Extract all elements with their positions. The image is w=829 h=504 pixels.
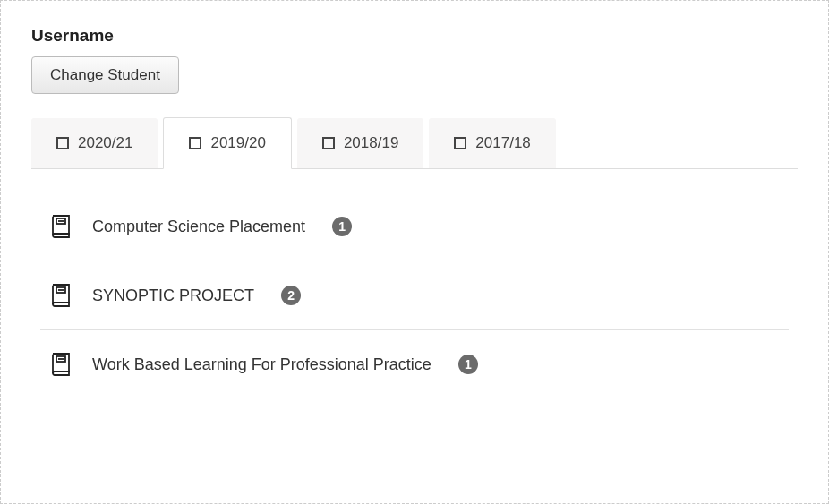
year-tabs: 2020/21 2019/20 2018/19 2017/18: [31, 117, 798, 169]
book-icon: [49, 352, 73, 377]
list-item[interactable]: Work Based Learning For Professional Pra…: [40, 330, 789, 398]
book-icon: [49, 283, 73, 308]
course-title: SYNOPTIC PROJECT: [92, 286, 254, 305]
square-icon: [189, 137, 201, 149]
list-item[interactable]: SYNOPTIC PROJECT 2: [40, 261, 789, 330]
square-icon: [454, 137, 466, 149]
list-item[interactable]: Computer Science Placement 1: [40, 205, 789, 261]
book-icon: [49, 214, 73, 239]
course-title: Computer Science Placement: [92, 218, 305, 236]
course-title: Work Based Learning For Professional Pra…: [92, 355, 432, 374]
tab-2019-20[interactable]: 2019/20: [163, 117, 291, 169]
square-icon: [322, 137, 335, 149]
count-badge: 1: [458, 355, 478, 374]
page-container: Username Change Student 2020/21 2019/20 …: [0, 0, 829, 504]
tab-label: 2017/18: [475, 134, 530, 152]
count-badge: 1: [332, 217, 352, 236]
count-badge: 2: [281, 286, 301, 305]
tab-label: 2019/20: [210, 134, 265, 152]
tab-2020-21[interactable]: 2020/21: [31, 118, 158, 169]
tab-2017-18[interactable]: 2017/18: [429, 118, 555, 169]
username-label: Username: [31, 26, 798, 46]
change-student-button[interactable]: Change Student: [31, 56, 179, 94]
square-icon: [56, 137, 69, 149]
tab-label: 2020/21: [78, 134, 132, 152]
course-list: Computer Science Placement 1 SYNOPTIC PR…: [31, 205, 798, 398]
tab-2018-19[interactable]: 2018/19: [297, 118, 423, 169]
tab-label: 2018/19: [344, 134, 398, 152]
